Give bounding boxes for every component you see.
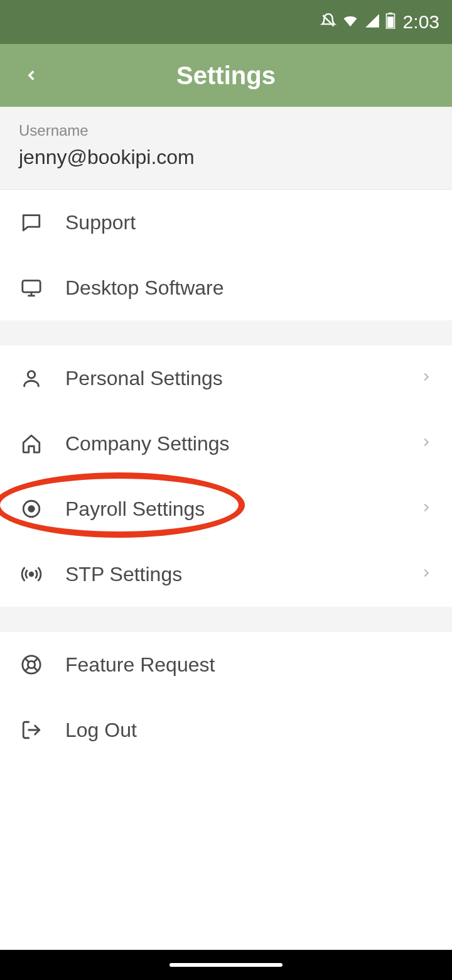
back-button[interactable] (19, 63, 44, 88)
section-gap (0, 607, 452, 632)
monitor-icon (19, 275, 44, 300)
target-icon (19, 496, 44, 521)
svg-line-12 (25, 658, 29, 662)
signal-icon (364, 13, 380, 31)
status-bar: 2:03 (0, 0, 452, 44)
username-value: jenny@bookipi.com (19, 146, 433, 169)
list-item-personal[interactable]: Personal Settings (0, 346, 452, 411)
broadcast-icon (19, 562, 44, 587)
username-section: Username jenny@bookipi.com (0, 107, 452, 190)
svg-line-15 (34, 658, 38, 662)
list-item-company[interactable]: Company Settings (0, 411, 452, 476)
svg-point-6 (28, 371, 35, 378)
wifi-icon (342, 12, 359, 32)
status-icons: 2:03 (320, 11, 439, 33)
item-label: Payroll Settings (65, 498, 419, 521)
settings-group-1: Personal Settings Company Settings Payro… (0, 346, 452, 607)
chevron-right-icon (419, 370, 433, 386)
svg-rect-2 (387, 17, 394, 28)
system-nav-bar (0, 950, 452, 980)
item-label: Support (65, 211, 433, 234)
item-label: Company Settings (65, 432, 419, 455)
list-item-stp[interactable]: STP Settings (0, 542, 452, 607)
battery-icon (385, 13, 396, 31)
chevron-right-icon (419, 435, 433, 452)
item-label: STP Settings (65, 563, 419, 586)
chevron-right-icon (419, 566, 433, 582)
nav-pill[interactable] (170, 963, 282, 967)
svg-rect-3 (23, 281, 40, 292)
home-icon (19, 431, 44, 456)
item-label: Desktop Software (65, 276, 433, 300)
lifebuoy-icon (19, 652, 44, 677)
dnd-icon (320, 13, 336, 31)
app-bar: Settings (0, 44, 452, 107)
svg-point-8 (29, 506, 35, 512)
status-time: 2:03 (403, 11, 439, 33)
svg-point-11 (28, 661, 35, 668)
item-label: Feature Request (65, 653, 433, 677)
list-item-support[interactable]: Support (0, 190, 452, 255)
page-title: Settings (176, 62, 276, 90)
item-label: Personal Settings (65, 367, 419, 390)
logout-icon (19, 717, 44, 743)
item-label: Log Out (65, 719, 433, 742)
settings-group-0: Support Desktop Software (0, 190, 452, 320)
username-label: Username (19, 122, 433, 139)
svg-line-14 (25, 667, 29, 671)
section-gap (0, 320, 452, 346)
list-item-feature[interactable]: Feature Request (0, 632, 452, 697)
list-item-logout[interactable]: Log Out (0, 697, 452, 763)
svg-point-9 (30, 572, 33, 576)
svg-line-13 (34, 667, 38, 671)
settings-group-2: Feature Request Log Out (0, 632, 452, 763)
chevron-right-icon (419, 501, 433, 517)
list-item-desktop[interactable]: Desktop Software (0, 255, 452, 320)
chat-icon (19, 210, 44, 235)
list-item-payroll[interactable]: Payroll Settings (0, 476, 452, 542)
person-icon (19, 366, 44, 391)
